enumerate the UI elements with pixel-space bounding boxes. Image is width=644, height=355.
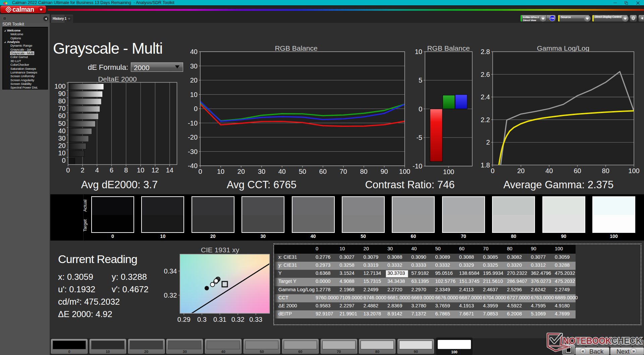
svg-text:0: 0 [66,166,70,174]
svg-text:100: 100 [628,167,639,174]
svg-text:0.3: 0.3 [197,316,207,323]
svg-text:20: 20 [517,167,525,174]
svg-text:100: 100 [443,168,454,175]
svg-text:14: 14 [166,166,173,174]
svg-text:20: 20 [58,142,65,149]
svg-text:10: 10 [137,166,144,174]
svg-text:0: 0 [62,157,66,164]
svg-text:2.2: 2.2 [481,116,490,123]
svg-text:0.34: 0.34 [164,267,177,275]
svg-text:Gamma Log/Log: Gamma Log/Log [537,44,589,52]
svg-text:30: 30 [258,168,265,175]
svg-text:0: 0 [194,105,198,112]
svg-text:90: 90 [58,90,65,97]
svg-text:40: 40 [278,168,286,175]
svg-text:NOTEBOOK: NOTEBOOK [563,336,611,346]
svg-text:0.32: 0.32 [164,292,177,299]
svg-text:0.31: 0.31 [213,316,226,323]
svg-text:-30: -30 [188,148,198,155]
svg-text:80: 80 [602,167,609,174]
svg-text:CHECK: CHECK [611,336,642,346]
svg-text:2.6: 2.6 [481,71,490,78]
svg-text:50: 50 [58,120,65,127]
svg-text:-20: -20 [188,134,198,141]
svg-text:40: 40 [545,167,553,174]
svg-text:2.8: 2.8 [481,48,490,55]
svg-text:0.29: 0.29 [177,316,191,323]
svg-text:2: 2 [486,139,490,146]
svg-text:RGB Balance: RGB Balance [427,44,470,52]
svg-text:100: 100 [399,168,410,175]
svg-text:8: 8 [124,166,128,174]
svg-text:0.32: 0.32 [231,316,245,323]
svg-text:100: 100 [54,83,65,90]
svg-text:DeltaE 2000: DeltaE 2000 [98,75,137,83]
svg-text:30: 30 [58,135,65,142]
svg-text:0: 0 [491,167,494,174]
svg-text:12: 12 [151,166,159,174]
svg-text:10: 10 [217,168,224,175]
svg-text:70: 70 [339,168,347,175]
svg-text:-10: -10 [188,119,198,127]
svg-text:90: 90 [380,168,388,175]
svg-text:30: 30 [190,62,198,70]
svg-text:60: 60 [58,112,65,119]
svg-text:10: 10 [415,48,422,55]
svg-text:60: 60 [574,167,581,174]
svg-text:0: 0 [419,105,422,113]
svg-text:5: 5 [419,77,422,84]
svg-text:50: 50 [299,168,306,175]
svg-text:2.4: 2.4 [481,93,490,101]
svg-text:60: 60 [319,168,327,175]
svg-text:CIE 1931 xy: CIE 1931 xy [201,247,239,254]
svg-text:0: 0 [198,168,202,175]
svg-text:40: 40 [190,48,198,55]
svg-text:70: 70 [58,105,65,112]
svg-text:0.33: 0.33 [249,316,262,323]
svg-text:20: 20 [237,168,245,175]
svg-text:10: 10 [58,149,65,157]
svg-text:80: 80 [58,97,65,105]
svg-text:6: 6 [110,166,113,174]
svg-text:40: 40 [58,127,65,135]
svg-text:1.8: 1.8 [481,161,490,169]
svg-text:10: 10 [190,91,198,98]
svg-text:2: 2 [80,166,84,174]
svg-text:-5: -5 [416,134,422,141]
svg-text:-10: -10 [413,162,422,170]
svg-text:80: 80 [360,168,367,175]
svg-text:4: 4 [95,166,99,174]
svg-text:-40: -40 [188,162,198,169]
svg-text:RGB Balance: RGB Balance [275,44,317,52]
svg-text:20: 20 [190,77,198,84]
